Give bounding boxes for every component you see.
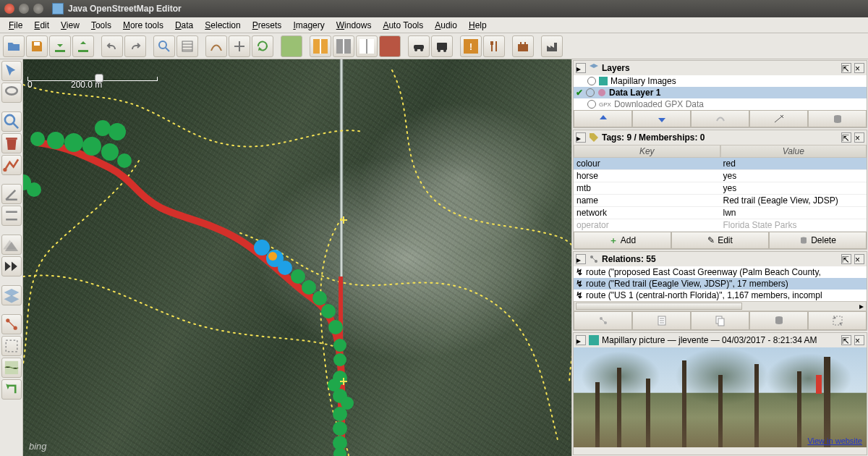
- download-button[interactable]: [49, 35, 71, 57]
- panel-close-icon[interactable]: ×: [854, 335, 864, 345]
- layer-delete-button[interactable]: [808, 110, 867, 127]
- tag-row[interactable]: networklwn: [574, 207, 867, 219]
- tag-row[interactable]: horseyes: [574, 170, 867, 182]
- relation-row[interactable]: ↯route ("US 1 (central-north Florida)", …: [574, 290, 867, 301]
- preset-car-button[interactable]: [408, 35, 430, 57]
- relations-scrollbar[interactable]: ◂▸: [574, 301, 867, 311]
- layers-tool[interactable]: [1, 285, 22, 305]
- search-button[interactable]: [153, 35, 175, 57]
- visibility-icon[interactable]: [587, 100, 596, 109]
- upload-button[interactable]: [72, 35, 94, 57]
- window-minimize-button[interactable]: [19, 4, 29, 14]
- svg-rect-23: [6, 340, 17, 352]
- rel-select-button[interactable]: [808, 311, 867, 330]
- tag-row[interactable]: nameRed trail (Eeagle View, JDSP): [574, 195, 867, 207]
- panel-sticky-icon[interactable]: ⇱: [841, 63, 851, 73]
- zoom-tool[interactable]: [1, 111, 22, 132]
- tag-edit-button[interactable]: ✎Edit: [671, 232, 769, 249]
- save-button[interactable]: [26, 35, 48, 57]
- delete-tool[interactable]: [1, 133, 22, 153]
- tag-add-button[interactable]: ＋Add: [574, 232, 671, 249]
- mapillary-image[interactable]: View in website: [574, 347, 867, 447]
- panel-sticky-icon[interactable]: ⇱: [841, 335, 851, 345]
- menu-tools[interactable]: Tools: [85, 19, 117, 32]
- layer-down-button[interactable]: [632, 110, 691, 127]
- tag-row[interactable]: colourred: [574, 158, 867, 170]
- panel-collapse-icon[interactable]: ▸: [576, 254, 586, 264]
- panel-sticky-icon[interactable]: ⇱: [841, 254, 851, 264]
- relations-tool[interactable]: [1, 314, 22, 334]
- menu-view[interactable]: View: [55, 19, 85, 32]
- menu-data[interactable]: Data: [169, 19, 199, 32]
- reverse-tool[interactable]: [1, 379, 22, 400]
- tag-delete-button[interactable]: Delete: [769, 232, 867, 249]
- menu-auto-tools[interactable]: Auto Tools: [377, 19, 429, 32]
- open-button[interactable]: [3, 35, 25, 57]
- relation-row[interactable]: ↯route ("proposed East Coast Greenway (P…: [574, 266, 867, 278]
- building-tool[interactable]: [1, 235, 22, 255]
- panel-close-icon[interactable]: ×: [854, 254, 864, 264]
- tag-row[interactable]: operatorFlorida State Parks: [574, 219, 867, 232]
- preset-secondary-button[interactable]: [333, 35, 354, 57]
- view-in-website-link[interactable]: View in website: [807, 436, 862, 445]
- layer-up-button[interactable]: [574, 110, 632, 127]
- preferences-button[interactable]: [176, 35, 198, 57]
- menu-edit[interactable]: Edit: [28, 19, 55, 32]
- preset-restaurant-button[interactable]: [483, 35, 505, 57]
- preset-service-button[interactable]: [356, 35, 378, 57]
- parallel-tool[interactable]: [1, 206, 22, 226]
- tag-row[interactable]: mtbyes: [574, 182, 867, 195]
- preset-landuse-button[interactable]: [281, 35, 302, 57]
- relation-row[interactable]: ↯route ("Red trail (Eeagle View, JDSP)",…: [574, 278, 867, 290]
- preset-building-button[interactable]: [379, 35, 401, 57]
- panel-sticky-icon[interactable]: ⇱: [841, 132, 851, 143]
- layer-row[interactable]: ✔ Data Layer 1: [574, 87, 867, 98]
- angle-tool[interactable]: [1, 184, 22, 204]
- redo-button[interactable]: [124, 35, 146, 57]
- rel-delete-button[interactable]: [749, 311, 808, 330]
- window-maximize-button[interactable]: [33, 4, 43, 14]
- map-canvas[interactable]: 0 200.0 m bing: [23, 59, 571, 456]
- menu-selection[interactable]: Selection: [199, 19, 246, 32]
- svg-point-41: [333, 353, 346, 366]
- window-close-button[interactable]: [4, 4, 14, 14]
- menu-windows[interactable]: Windows: [331, 19, 378, 32]
- lasso-tool[interactable]: [1, 83, 22, 103]
- split-tool-button[interactable]: [229, 35, 250, 57]
- panel-collapse-icon[interactable]: ▸: [576, 63, 586, 73]
- menu-presets[interactable]: Presets: [247, 19, 288, 32]
- preset-castle-button[interactable]: [512, 35, 534, 57]
- layer-row[interactable]: Mapillary Images: [574, 75, 867, 87]
- map-style-tool[interactable]: [1, 358, 22, 378]
- menu-more-tools[interactable]: More tools: [117, 19, 169, 32]
- rel-new-button[interactable]: [574, 311, 632, 330]
- fastforward-tool[interactable]: [1, 256, 22, 276]
- validate-tool[interactable]: [1, 336, 22, 356]
- preset-caution-button[interactable]: !: [460, 35, 482, 57]
- refresh-button[interactable]: [252, 35, 273, 57]
- menu-imagery[interactable]: Imagery: [287, 19, 330, 32]
- preset-motorway-button[interactable]: [310, 35, 331, 57]
- preset-industrial-button[interactable]: [541, 35, 563, 57]
- draw-way-tool[interactable]: [1, 155, 22, 175]
- visibility-icon[interactable]: [586, 88, 595, 97]
- svg-point-26: [47, 132, 64, 149]
- panel-collapse-icon[interactable]: ▸: [576, 335, 586, 345]
- select-tool[interactable]: [1, 61, 22, 81]
- preset-bus-button[interactable]: [431, 35, 453, 57]
- menu-audio[interactable]: Audio: [429, 19, 463, 32]
- panel-collapse-icon[interactable]: ▸: [576, 132, 586, 143]
- layer-toggle-button[interactable]: [691, 110, 749, 127]
- panel-close-icon[interactable]: ×: [854, 132, 864, 143]
- panel-close-icon[interactable]: ×: [854, 63, 864, 73]
- layer-row[interactable]: GPX Downloaded GPX Data: [574, 98, 867, 110]
- svg-point-39: [328, 320, 343, 334]
- undo-button[interactable]: [101, 35, 123, 57]
- way-tool-button[interactable]: [205, 35, 227, 57]
- rel-edit-button[interactable]: [632, 311, 691, 330]
- visibility-icon[interactable]: [587, 77, 596, 85]
- menu-file[interactable]: File: [3, 19, 28, 32]
- menu-help[interactable]: Help: [463, 19, 493, 32]
- rel-duplicate-button[interactable]: [691, 311, 749, 330]
- layer-opacity-button[interactable]: [749, 110, 808, 127]
